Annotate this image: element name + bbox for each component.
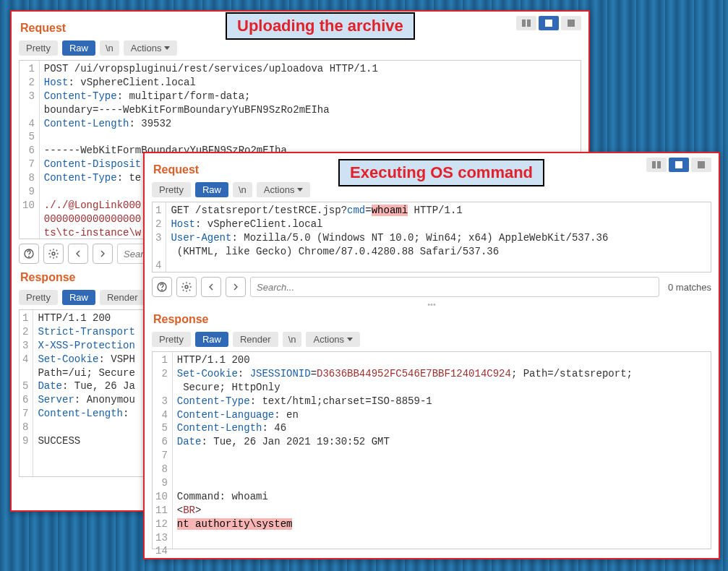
svg-point-1 (29, 257, 30, 257)
layout-buttons (644, 158, 711, 172)
svg-point-5 (185, 286, 188, 288)
chevron-down-icon (164, 46, 170, 50)
request-bottombar: 0 matches (152, 277, 711, 297)
next-button[interactable] (93, 244, 113, 264)
layout-vertical-button[interactable] (669, 158, 689, 172)
actions-label: Actions (264, 184, 295, 195)
request-viewer[interactable]: 1 2 3 4 GET /statsreport/testRCE.jsp?cmd… (152, 202, 711, 272)
tab-render[interactable]: Render (233, 332, 278, 347)
request-toolbar: Pretty Raw \n Actions (19, 40, 581, 56)
request-code[interactable]: GET /statsreport/testRCE.jsp?cmd=whoami … (166, 202, 612, 272)
tab-raw[interactable]: Raw (62, 290, 95, 305)
search-input[interactable] (250, 277, 659, 297)
response-label: Response (153, 313, 711, 326)
tab-pretty[interactable]: Pretty (19, 40, 58, 56)
line-gutter: 1 2 3 4 5 6 7 8 9 10 (20, 61, 40, 239)
layout-horizontal-button[interactable] (516, 16, 536, 30)
help-button[interactable] (19, 244, 39, 264)
tab-raw[interactable]: Raw (195, 182, 228, 197)
prev-button[interactable] (201, 277, 221, 297)
layout-combined-button[interactable] (561, 16, 581, 30)
newline-toggle[interactable]: \n (100, 40, 119, 56)
response-code[interactable]: HTTP/1.1 200Set-Cookie: JSESSIONID=D3636… (173, 352, 637, 549)
actions-label: Actions (131, 43, 162, 53)
tab-raw[interactable]: Raw (62, 40, 95, 56)
divider-dots: ••• (152, 300, 711, 309)
response-code[interactable]: HTTP/1.1 200Strict-TransportX-XSS-Protec… (33, 310, 139, 476)
svg-point-2 (52, 252, 55, 255)
title-upload: Uploading the archive (226, 12, 415, 40)
actions-label: Actions (313, 334, 344, 345)
actions-menu[interactable]: Actions (306, 332, 360, 347)
layout-buttons (514, 16, 581, 30)
prev-button[interactable] (68, 244, 88, 264)
svg-point-4 (162, 290, 163, 291)
tab-pretty[interactable]: Pretty (152, 182, 191, 197)
settings-button[interactable] (43, 244, 64, 264)
title-execute: Executing OS command (338, 159, 544, 186)
panel-execute: Request Pretty Raw \n Actions 1 2 3 4 GE… (143, 152, 720, 559)
actions-menu[interactable]: Actions (257, 182, 311, 197)
chevron-down-icon (297, 188, 303, 192)
layout-combined-button[interactable] (691, 158, 711, 172)
response-viewer[interactable]: 1 2 3 4 5 6 7 8 9 10 11 12 13 14 HTTP/1.… (152, 351, 711, 549)
layout-horizontal-button[interactable] (646, 158, 667, 172)
line-gutter: 1 2 3 4 5 6 7 8 9 (20, 310, 33, 476)
actions-menu[interactable]: Actions (124, 40, 178, 56)
match-count: 0 matches (668, 282, 711, 293)
newline-toggle[interactable]: \n (283, 332, 302, 347)
tab-render[interactable]: Render (100, 290, 145, 305)
tab-raw[interactable]: Raw (195, 332, 228, 347)
tab-pretty[interactable]: Pretty (152, 332, 191, 347)
next-button[interactable] (226, 277, 246, 297)
line-gutter: 1 2 3 4 (153, 202, 166, 272)
response-toolbar: Pretty Raw Render \n Actions (152, 332, 711, 347)
line-gutter: 1 2 3 4 5 6 7 8 9 10 11 12 13 14 (153, 352, 173, 549)
tab-pretty[interactable]: Pretty (19, 290, 58, 305)
newline-toggle[interactable]: \n (233, 182, 252, 197)
layout-vertical-button[interactable] (539, 16, 559, 30)
help-button[interactable] (152, 277, 172, 297)
chevron-down-icon (347, 338, 353, 341)
settings-button[interactable] (176, 277, 197, 297)
